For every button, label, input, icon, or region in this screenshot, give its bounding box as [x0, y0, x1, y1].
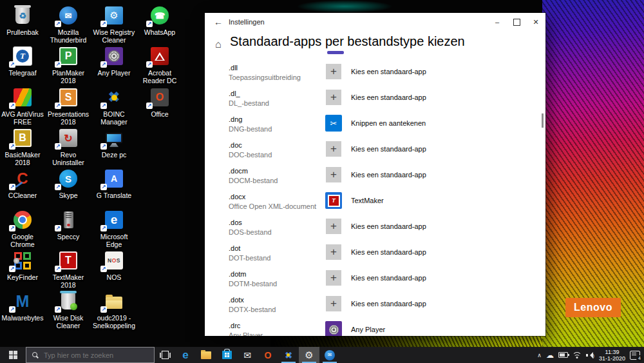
filetype-row: .dl_DL_-bestand+Kies een standaard-app	[205, 88, 545, 113]
shortcut-arrow-icon: ↗	[146, 61, 153, 68]
choose-default-button[interactable]: +	[326, 296, 341, 311]
thunderbird-icon: ✉	[59, 6, 77, 25]
filetype-extension: .doc	[229, 141, 242, 149]
choose-default-button[interactable]: +	[326, 244, 341, 260]
filetype-row: .dotmDOTM-bestand+Kies een standaard-app	[205, 268, 545, 294]
taskbar-mail-button[interactable]: ✉	[237, 347, 258, 363]
minimize-button[interactable]: –	[488, 13, 507, 31]
choose-default-button[interactable]: +	[326, 167, 341, 182]
scrollbar-thumb[interactable]	[542, 113, 544, 128]
taskbar-task-view-button[interactable]	[155, 347, 175, 363]
desktop-icon-boinc[interactable]: ✖↗BOINC Manager	[91, 86, 137, 126]
desktop-icon-this-pc[interactable]: ↗Deze pc	[91, 126, 137, 159]
desktop-icon-wise-disk[interactable]: ↗Wise Disk Cleaner	[46, 289, 91, 329]
battery-icon[interactable]	[558, 352, 568, 358]
taskbar-search[interactable]	[26, 347, 155, 363]
titlebar[interactable]: ← Instellingen – ✕	[205, 13, 545, 31]
start-button[interactable]	[0, 347, 26, 363]
filetype-extension: .dng	[229, 115, 242, 123]
desktop-icon-nos[interactable]: NOS↗NOS	[91, 249, 137, 281]
desktop-icon-textmaker[interactable]: T↗TextMaker 2018	[46, 249, 91, 289]
shortcut-arrow-icon: ↗	[9, 225, 15, 231]
choose-default-button[interactable]: +	[326, 219, 341, 234]
anyplayer-icon[interactable]	[325, 321, 342, 336]
filetype-description: DOTM-bestand	[229, 280, 277, 288]
desktop-icon-avg[interactable]: ↗AVG AntiVirus FREE	[0, 86, 45, 126]
desktop-icon-acrobat[interactable]: ↗Acrobat Reader DC	[137, 44, 182, 84]
desktop-icon-office[interactable]: O↗Office	[137, 86, 182, 118]
shortcut-arrow-icon: ↗	[55, 306, 61, 313]
wallpaper-color-band	[542, 0, 644, 347]
boinc-icon: ✖	[105, 88, 123, 106]
filetype-extension: .dl_	[229, 90, 240, 97]
gear-icon: ⚙	[305, 349, 313, 361]
desktop-icon-label: Telegraaf	[0, 69, 45, 77]
filetype-row: .drcAny PlayerAny Player	[205, 320, 545, 336]
wallpaper-teal-glow	[296, 0, 393, 13]
tray-chevron-icon[interactable]: ∧	[537, 352, 542, 358]
filetype-description: DOT-bestand	[229, 254, 270, 262]
filetype-description: DNG-bestand	[229, 125, 272, 133]
action-center-icon[interactable]: 4	[630, 351, 640, 360]
desktop-icon-edge[interactable]: e↗Microsoft Edge	[91, 208, 137, 248]
choose-default-button[interactable]: +	[326, 90, 341, 105]
desktop-icon-whatsapp[interactable]: ☎↗WhatsApp	[137, 4, 182, 36]
desktop-icon-keyfinder[interactable]: ↗KeyFinder	[0, 249, 45, 281]
desktop-icon-label: KeyFinder	[0, 273, 45, 281]
cd-icon	[108, 50, 120, 62]
shortcut-arrow-icon: ↗	[55, 266, 61, 272]
wise-disk-icon	[61, 293, 75, 309]
search-input[interactable]	[43, 351, 142, 360]
shortcut-arrow-icon: ↗	[55, 21, 61, 27]
textmaker-icon: T	[59, 251, 77, 270]
tray-clock[interactable]: 11:39 31-1-2020	[599, 349, 625, 362]
desktop-icon-wise-registry[interactable]: ⚙↗Wise Registry Cleaner	[91, 4, 137, 44]
taskbar-store-button[interactable]	[216, 347, 237, 363]
snip-sketch-icon[interactable]: ✂	[325, 115, 342, 132]
desktop-icon-recycle-bin[interactable]: ♻Prullenbak	[0, 4, 45, 36]
taskbar-settings-button[interactable]: ⚙	[299, 347, 319, 363]
filetype-extension: .dll	[229, 64, 238, 72]
textmaker-icon[interactable]: T	[325, 192, 342, 209]
desktop-icon-gtranslate[interactable]: A↗G Translate	[91, 167, 137, 199]
taskbar-edge-button[interactable]: e	[175, 347, 196, 363]
choose-default-button[interactable]: +	[326, 64, 341, 79]
taskbar-explorer-button[interactable]	[196, 347, 216, 363]
filetype-description: Any Player	[229, 331, 263, 336]
choose-default-button[interactable]: +	[326, 141, 341, 157]
desktop-icon-malwarebytes[interactable]: M↗Malwarebytes	[0, 289, 45, 322]
whatsapp-icon: ☎	[151, 6, 169, 25]
maximize-button[interactable]	[507, 13, 526, 31]
shortcut-arrow-icon: ↗	[9, 61, 15, 68]
home-icon[interactable]: ⌂	[215, 39, 222, 50]
filetype-extension: .docm	[229, 167, 248, 175]
desktop-icon-thunderbird[interactable]: ✉↗Mozilla Thunderbird	[46, 4, 91, 44]
desktop-icon-basicmaker[interactable]: B↗BasicMaker 2018	[0, 126, 45, 166]
desktop-icon-label: Prullenbak	[0, 28, 45, 36]
close-button[interactable]: ✕	[526, 13, 545, 31]
taskbar-thunderbird-button[interactable]: ✉	[319, 347, 340, 363]
filetype-extension: .docx	[229, 193, 245, 201]
desktop-icon-telegraaf[interactable]: T↗Telegraaf	[0, 44, 45, 77]
desktop-icon-chrome[interactable]: ↗Google Chrome	[0, 208, 45, 248]
choose-default-button[interactable]: +	[326, 270, 341, 286]
desktop-icon-revo[interactable]: ↻↗Revo Uninstaller	[46, 126, 91, 166]
desktop-icon-planmaker[interactable]: P↗PlanMaker 2018	[46, 44, 91, 84]
desktop-icon-anyplayer[interactable]: ↗Any Player	[91, 44, 137, 77]
task-view-icon	[160, 351, 171, 359]
wifi-icon[interactable]	[573, 352, 582, 358]
onedrive-icon[interactable]: ☁	[546, 351, 554, 360]
desktop-icon-folder[interactable]: ↗oudc2019 - Snelkoppeling	[91, 289, 137, 329]
speccy-icon	[59, 211, 77, 229]
window-title: Instellingen	[229, 18, 265, 26]
volume-icon[interactable]: )	[586, 352, 594, 358]
taskbar-office-button[interactable]: O	[258, 347, 278, 363]
desktop-icon-presentations[interactable]: S↗Presentations 2018	[46, 86, 91, 126]
desktop-icon-skype[interactable]: S↗Skype	[46, 167, 91, 199]
default-app-label: Any Player	[351, 322, 385, 336]
edge-icon: e	[182, 349, 188, 362]
back-button[interactable]: ←	[211, 15, 225, 28]
desktop-icon-ccleaner[interactable]: C↗CCleaner	[0, 167, 45, 199]
desktop-icon-speccy[interactable]: ↗Speccy	[46, 208, 91, 240]
taskbar-boinc-button[interactable]: ✖	[278, 347, 299, 363]
